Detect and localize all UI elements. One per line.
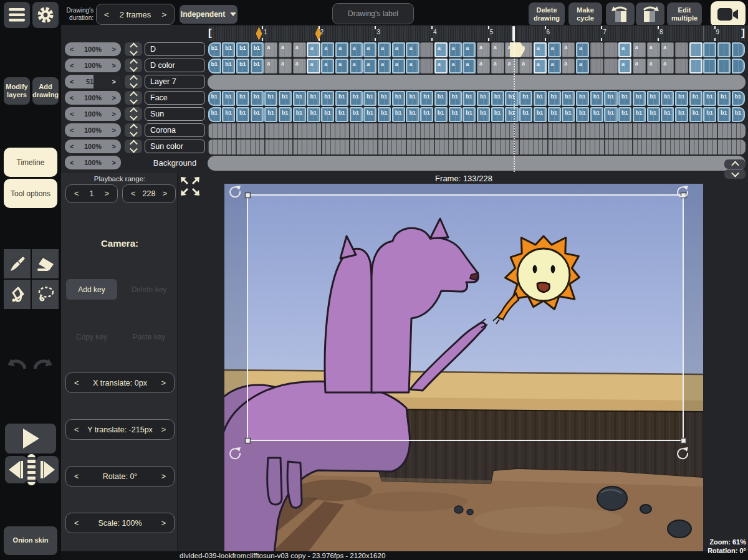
layer-reorder-1[interactable] — [125, 59, 142, 72]
drawing-cell[interactable]: b1 — [236, 107, 249, 122]
drawing-cell[interactable]: b1 — [208, 59, 221, 74]
drawing-cell[interactable]: b1 — [562, 91, 575, 106]
drawing-cell[interactable]: a — [279, 42, 292, 57]
opacity-decrement[interactable]: < — [70, 143, 74, 150]
drawing-cell[interactable]: b1 — [463, 107, 476, 122]
drawing-cell[interactable] — [732, 59, 745, 74]
layer-reorder-6[interactable] — [125, 140, 142, 153]
drawing-cell[interactable]: b1 — [449, 91, 462, 106]
drawing-cell[interactable]: b1 — [251, 91, 264, 106]
drawing-cell[interactable] — [604, 42, 617, 57]
drawing-cell[interactable]: b1 — [604, 107, 617, 122]
drawing-cell[interactable]: b1 — [293, 91, 306, 106]
drawing-cell[interactable]: b1 — [279, 91, 292, 106]
x-translate-stepper[interactable]: <X translate: 0px> — [65, 373, 175, 393]
add-drawing-button[interactable]: Add drawing — [32, 77, 59, 105]
drawing-cell[interactable]: b1 — [378, 91, 391, 106]
layer-opacity-stepper-3[interactable]: <100%> — [65, 91, 121, 105]
drawing-cell[interactable]: a — [548, 42, 561, 57]
drawing-cell[interactable]: b1 — [618, 107, 631, 122]
opacity-decrement[interactable]: < — [70, 159, 74, 166]
layer-opacity-stepper-7[interactable]: <100%> — [65, 156, 121, 169]
rotate-ccw-button[interactable] — [606, 2, 635, 26]
layer-name-7[interactable]: Background — [145, 156, 205, 169]
drawing-cell[interactable] — [420, 42, 433, 57]
layers-scroll-up[interactable] — [724, 159, 746, 169]
drawing-cell[interactable]: b1 — [236, 42, 249, 57]
opacity-increment[interactable]: > — [112, 45, 116, 53]
timeline-row-Layer 7[interactable] — [208, 75, 746, 90]
drawing-cell[interactable]: b1 — [534, 91, 547, 106]
prev-frame-button[interactable] — [5, 456, 27, 483]
undo-button[interactable] — [6, 356, 27, 377]
layer-reorder-4[interactable] — [125, 107, 142, 121]
drawing-cell[interactable]: a — [406, 42, 419, 57]
drawing-cell[interactable]: a — [264, 59, 277, 74]
tab-timeline[interactable]: Timeline — [4, 148, 57, 177]
drawing-cell[interactable] — [703, 42, 716, 57]
drawing-cell[interactable]: a — [350, 42, 363, 57]
drawing-cell[interactable]: b1 — [463, 91, 476, 106]
drawing-cell[interactable] — [689, 59, 702, 74]
drawing-cell[interactable]: b1 — [307, 91, 320, 106]
eraser-tool-button[interactable] — [32, 249, 59, 278]
drawing-cell[interactable]: a — [505, 59, 518, 74]
opacity-increment[interactable]: > — [112, 94, 116, 102]
drawing-cell[interactable]: a — [633, 59, 646, 74]
drawing-cell[interactable]: b1 — [491, 107, 504, 122]
drawing-cell[interactable]: a — [519, 59, 532, 74]
rotate-cw-button[interactable] — [636, 2, 664, 26]
drawing-cell[interactable]: a — [633, 42, 646, 57]
opacity-decrement[interactable]: < — [70, 126, 74, 134]
opacity-increment[interactable]: > — [112, 78, 116, 85]
drawing-cell[interactable]: b1 — [350, 91, 363, 106]
camera-view-button[interactable] — [711, 1, 746, 27]
layer-name-2[interactable]: Layer 7 — [145, 75, 205, 88]
timeline-row-Corona[interactable] — [208, 123, 746, 138]
add-key-button[interactable]: Add key — [66, 279, 117, 300]
drawing-cell[interactable]: a — [307, 42, 320, 57]
drawing-cell[interactable]: a — [335, 42, 348, 57]
drawing-cell[interactable]: b1 — [208, 107, 221, 122]
drawing-cell[interactable]: b1 — [264, 91, 277, 106]
drawing-cell[interactable]: b1 — [647, 91, 660, 106]
drawing-cell[interactable] — [717, 59, 731, 74]
drawing-cell[interactable]: b1 — [392, 107, 405, 122]
drawing-cell[interactable] — [717, 42, 731, 57]
layer-opacity-stepper-2[interactable]: <51%> — [65, 75, 121, 88]
duration-stepper[interactable]: < 2 frames > — [96, 4, 175, 25]
drawing-cell[interactable] — [732, 42, 745, 57]
redo-button[interactable] — [32, 356, 54, 377]
duration-increment[interactable]: > — [161, 10, 166, 19]
drawing-cell[interactable]: b1 — [689, 91, 702, 106]
drawing-cell[interactable]: a — [392, 42, 405, 57]
drawing-cell[interactable]: a — [477, 42, 490, 57]
opacity-decrement[interactable]: < — [70, 45, 74, 53]
layer-reorder-0[interactable] — [125, 42, 142, 56]
drawing-cell[interactable]: b1 — [335, 107, 348, 122]
lasso-tool-button[interactable] — [32, 280, 59, 309]
drawing-cell[interactable]: a — [491, 42, 504, 57]
drawing-cell[interactable]: b1 — [363, 107, 376, 122]
drawing-cell[interactable]: a — [661, 59, 674, 74]
drawing-cell[interactable]: a — [293, 42, 306, 57]
drawing-cell[interactable]: b1 — [420, 107, 433, 122]
layers-scroll-down[interactable] — [724, 169, 746, 179]
paste-key-button[interactable]: Paste key — [122, 326, 176, 347]
drawing-cell[interactable]: a — [363, 42, 376, 57]
opacity-increment[interactable]: > — [112, 62, 116, 69]
layer-reorder-2[interactable] — [125, 75, 142, 88]
drawing-cell[interactable]: b1 — [576, 107, 589, 122]
drawing-cell[interactable]: b1 — [279, 107, 292, 122]
drawing-cell[interactable]: b1 — [251, 59, 264, 74]
drawing-cell[interactable]: a — [562, 59, 575, 74]
drawing-cell[interactable]: b1 — [675, 107, 688, 122]
drawing-label-input[interactable]: Drawing's label — [332, 3, 414, 24]
opacity-increment[interactable]: > — [112, 110, 116, 118]
drawing-cell[interactable]: b1 — [477, 91, 490, 106]
frame-scrubber[interactable] — [27, 453, 36, 486]
drawing-cell[interactable] — [590, 59, 603, 74]
drawing-cell[interactable]: a — [576, 42, 589, 57]
layer-opacity-stepper-6[interactable]: <100%> — [65, 140, 121, 153]
drawing-cell[interactable]: b1 — [534, 107, 547, 122]
